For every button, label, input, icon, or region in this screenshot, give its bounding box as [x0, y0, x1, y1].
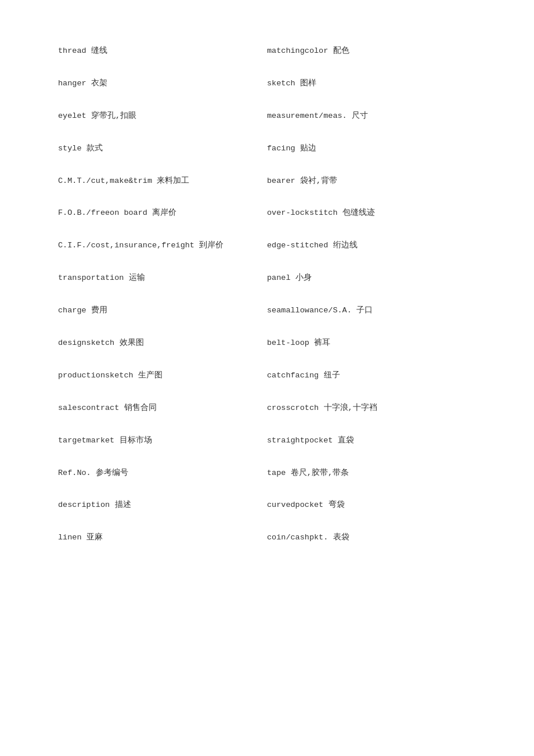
- term-english: productionsketch: [58, 371, 134, 380]
- term-english: crosscrotch: [267, 404, 319, 412]
- term-english: style: [58, 144, 82, 153]
- term-item-right-5: over-lockstitch 包缝线迹: [267, 197, 476, 229]
- term-item-left-9: designsketch 效果图: [58, 327, 267, 359]
- term-english: curvedpocket: [267, 501, 323, 509]
- term-chinese: 绗边线: [333, 241, 358, 250]
- term-chinese: 衣架: [91, 79, 107, 88]
- term-item-right-8: seamallowance/S.A. 子口: [267, 294, 476, 327]
- term-english: eyelet: [58, 111, 86, 120]
- term-english: designsketch: [58, 339, 114, 347]
- term-english: bearer: [267, 177, 295, 185]
- term-item-left-13: Ref.No. 参考编号: [58, 457, 267, 489]
- term-english: description: [58, 501, 110, 509]
- term-item-left-12: targetmarket 目标市场: [58, 424, 267, 457]
- term-chinese: 目标市场: [120, 436, 152, 445]
- term-chinese: 运输: [129, 273, 145, 282]
- term-chinese: 描述: [115, 501, 131, 509]
- term-chinese: 图样: [300, 79, 316, 88]
- term-item-left-8: charge 费用: [58, 294, 267, 327]
- term-english: sketch: [267, 79, 295, 88]
- term-item-left-1: hanger 衣架: [58, 67, 267, 100]
- term-english: over-lockstitch: [267, 208, 338, 217]
- term-item-left-2: eyelet 穿带孔,扣眼: [58, 100, 267, 132]
- term-english: straightpocket: [267, 436, 333, 445]
- term-item-left-11: salescontract 销售合同: [58, 392, 267, 424]
- term-english: coin/cashpkt.: [267, 533, 328, 542]
- term-item-left-7: transportation 运输: [58, 262, 267, 294]
- term-chinese: 效果图: [120, 339, 144, 347]
- term-item-left-5: F.O.B./freeon board 离岸价: [58, 197, 267, 229]
- term-item-right-9: belt-loop 裤耳: [267, 327, 476, 359]
- term-item-right-3: facing 贴边: [267, 132, 476, 165]
- term-chinese: 缝线: [91, 46, 107, 55]
- term-chinese: 亚麻: [86, 533, 103, 542]
- term-chinese: 十字浪,十字裆: [324, 404, 377, 412]
- term-chinese: 贴边: [300, 144, 316, 153]
- term-chinese: 子口: [356, 306, 373, 315]
- term-english: tape: [267, 469, 286, 477]
- term-chinese: 弯袋: [329, 501, 345, 509]
- term-chinese: 尺寸: [352, 111, 368, 120]
- term-chinese: 款式: [86, 144, 103, 153]
- term-item-right-2: measurement/meas. 尺寸: [267, 100, 476, 132]
- term-item-right-13: tape 卷尺,胶带,带条: [267, 457, 476, 489]
- term-chinese: 穿带孔,扣眼: [91, 111, 136, 120]
- term-item-right-1: sketch 图样: [267, 67, 476, 100]
- term-chinese: 费用: [91, 306, 107, 315]
- term-item-left-6: C.I.F./cost,insurance,freight 到岸价: [58, 229, 267, 262]
- term-chinese: 袋衬,背带: [300, 177, 337, 185]
- term-chinese: 卷尺,胶带,带条: [291, 469, 349, 477]
- term-chinese: 离岸价: [152, 208, 176, 217]
- term-chinese: 表袋: [333, 533, 349, 542]
- term-english: seamallowance/S.A.: [267, 306, 352, 315]
- term-english: Ref.No.: [58, 469, 91, 477]
- main-content: thread 缝线matchingcolor 配色hanger 衣架sketch…: [0, 0, 534, 589]
- term-chinese: 小身: [295, 273, 312, 282]
- term-chinese: 包缝线迹: [342, 208, 375, 217]
- term-chinese: 来料加工: [157, 177, 189, 185]
- term-english: C.I.F./cost,insurance,freight: [58, 241, 194, 250]
- term-item-right-11: crosscrotch 十字浪,十字裆: [267, 392, 476, 424]
- term-item-right-10: catchfacing 纽子: [267, 359, 476, 392]
- term-english: F.O.B./freeon board: [58, 208, 147, 217]
- term-english: C.M.T./cut,make&trim: [58, 177, 152, 185]
- term-english: belt-loop: [267, 339, 309, 347]
- terms-grid: thread 缝线matchingcolor 配色hanger 衣架sketch…: [58, 35, 476, 554]
- term-english: edge-stitched: [267, 241, 328, 250]
- term-english: salescontract: [58, 404, 119, 412]
- term-english: linen: [58, 533, 82, 542]
- term-item-left-10: productionsketch 生产图: [58, 359, 267, 392]
- term-chinese: 配色: [333, 46, 349, 55]
- term-item-right-14: curvedpocket 弯袋: [267, 489, 476, 521]
- term-english: targetmarket: [58, 436, 114, 445]
- term-chinese: 生产图: [138, 371, 163, 380]
- term-chinese: 到岸价: [199, 241, 223, 250]
- term-item-left-14: description 描述: [58, 489, 267, 521]
- term-chinese: 直袋: [338, 436, 354, 445]
- term-chinese: 裤耳: [314, 339, 330, 347]
- term-item-right-0: matchingcolor 配色: [267, 35, 476, 67]
- term-english: facing: [267, 144, 295, 153]
- term-chinese: 参考编号: [96, 469, 128, 477]
- term-english: charge: [58, 306, 86, 315]
- term-item-right-12: straightpocket 直袋: [267, 424, 476, 457]
- term-item-right-15: coin/cashpkt. 表袋: [267, 521, 476, 554]
- term-english: thread: [58, 46, 86, 55]
- term-item-right-7: panel 小身: [267, 262, 476, 294]
- term-english: matchingcolor: [267, 46, 328, 55]
- term-chinese: 纽子: [324, 371, 340, 380]
- term-english: catchfacing: [267, 371, 319, 380]
- term-item-left-15: linen 亚麻: [58, 521, 267, 554]
- term-item-right-6: edge-stitched 绗边线: [267, 229, 476, 262]
- term-english: panel: [267, 273, 291, 282]
- term-item-left-4: C.M.T./cut,make&trim 来料加工: [58, 165, 267, 197]
- term-english: transportation: [58, 273, 124, 282]
- term-item-right-4: bearer 袋衬,背带: [267, 165, 476, 197]
- term-item-left-0: thread 缝线: [58, 35, 267, 67]
- term-english: measurement/meas.: [267, 111, 347, 120]
- term-item-left-3: style 款式: [58, 132, 267, 165]
- term-chinese: 销售合同: [124, 404, 157, 412]
- term-english: hanger: [58, 79, 86, 88]
